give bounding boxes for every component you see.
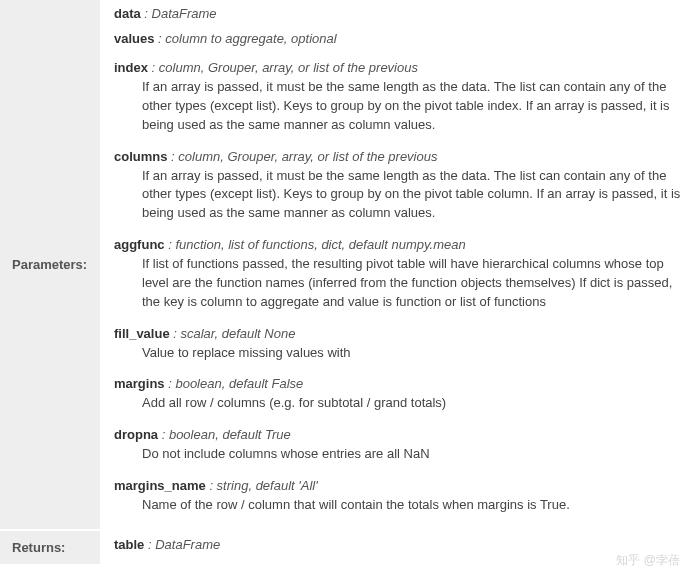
param-name: values [114,31,154,46]
param-desc: Name of the row / column that will conta… [142,496,684,515]
param-desc: Value to replace missing values with [142,344,684,363]
param-type: : column, Grouper, array, or list of the… [152,60,418,75]
param-name: aggfunc [114,237,165,252]
param-name: margins_name [114,478,206,493]
param-desc: If an array is passed, it must be the sa… [142,78,684,135]
param-margins-name: margins_name : string, default 'All' Nam… [114,478,684,515]
param-margins: margins : boolean, default False Add all… [114,376,684,413]
param-columns: columns : column, Grouper, array, or lis… [114,149,684,224]
return-table: table : DataFrame [114,537,684,552]
param-type: : DataFrame [144,6,216,21]
param-name: data [114,6,141,21]
param-index: index : column, Grouper, array, or list … [114,60,684,135]
param-type: : scalar, default None [173,326,295,341]
param-fill-value: fill_value : scalar, default None Value … [114,326,684,363]
param-type: : column, Grouper, array, or list of the… [171,149,437,164]
parameters-row: Parameters: data : DataFrame values : co… [0,0,698,530]
param-type: : string, default 'All' [209,478,317,493]
param-type: : boolean, default True [162,427,291,442]
param-name: columns [114,149,167,164]
param-type: : DataFrame [148,537,220,552]
parameters-label: Parameters: [0,0,100,530]
param-name: fill_value [114,326,170,341]
returns-label: Returns: [0,530,100,565]
returns-row: Returns: table : DataFrame [0,530,698,565]
param-name: margins [114,376,165,391]
returns-content: table : DataFrame [100,530,698,565]
param-data: data : DataFrame [114,6,684,21]
param-type: : function, list of functions, dict, def… [168,237,465,252]
param-desc: If an array is passed, it must be the sa… [142,167,684,224]
param-name: table [114,537,144,552]
param-name: index [114,60,148,75]
param-aggfunc: aggfunc : function, list of functions, d… [114,237,684,312]
param-desc: Do not include columns whose entries are… [142,445,684,464]
param-desc: Add all row / columns (e.g. for subtotal… [142,394,684,413]
param-desc: If list of functions passed, the resulti… [142,255,684,312]
param-type: : boolean, default False [168,376,303,391]
param-dropna: dropna : boolean, default True Do not in… [114,427,684,464]
doc-table: Parameters: data : DataFrame values : co… [0,0,698,566]
param-name: dropna [114,427,158,442]
param-type: : column to aggregate, optional [158,31,337,46]
parameters-content: data : DataFrame values : column to aggr… [100,0,698,530]
param-values: values : column to aggregate, optional [114,31,684,46]
